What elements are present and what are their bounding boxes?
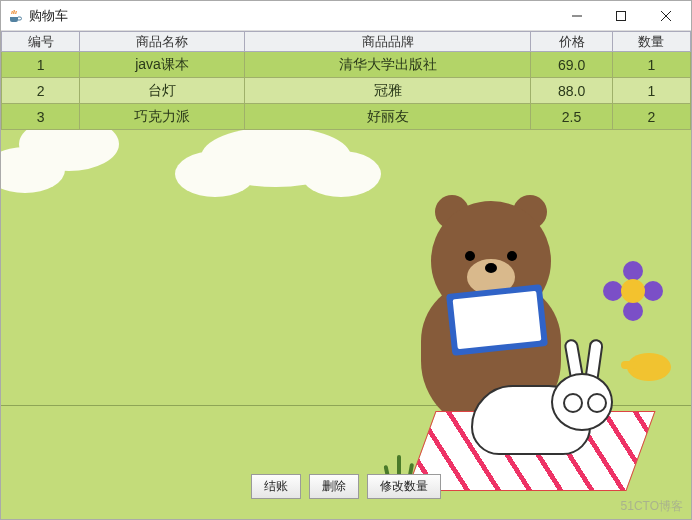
col-id[interactable]: 编号 [2, 32, 80, 52]
close-button[interactable] [643, 2, 689, 30]
cart-table[interactable]: 编号 商品名称 商品品牌 价格 数量 1java课本清华大学出版社69.012台… [1, 31, 691, 130]
watermark-text: 51CTO博客 [621, 498, 683, 515]
cell-qty[interactable]: 1 [612, 52, 690, 78]
cell-name[interactable]: java课本 [80, 52, 245, 78]
maximize-button[interactable] [599, 2, 643, 30]
titlebar: 购物车 [1, 1, 691, 31]
cell-id[interactable]: 1 [2, 52, 80, 78]
cell-name[interactable]: 台灯 [80, 78, 245, 104]
checkout-button[interactable]: 结账 [251, 474, 301, 499]
table-header-row: 编号 商品名称 商品品牌 价格 数量 [2, 32, 691, 52]
table-row[interactable]: 1java课本清华大学出版社69.01 [2, 52, 691, 78]
cell-brand[interactable]: 好丽友 [244, 104, 530, 130]
cell-id[interactable]: 2 [2, 78, 80, 104]
col-brand[interactable]: 商品品牌 [244, 32, 530, 52]
cell-price[interactable]: 2.5 [531, 104, 613, 130]
content-area: 编号 商品名称 商品品牌 价格 数量 1java课本清华大学出版社69.012台… [1, 31, 691, 520]
cell-id[interactable]: 3 [2, 104, 80, 130]
duck-icon [627, 345, 671, 381]
button-bar: 结账 删除 修改数量 [1, 474, 691, 499]
cell-brand[interactable]: 清华大学出版社 [244, 52, 530, 78]
delete-button[interactable]: 删除 [309, 474, 359, 499]
cell-qty[interactable]: 1 [612, 78, 690, 104]
col-name[interactable]: 商品名称 [80, 32, 245, 52]
cell-brand[interactable]: 冠雅 [244, 78, 530, 104]
svg-rect-1 [617, 11, 626, 20]
cell-price[interactable]: 69.0 [531, 52, 613, 78]
flower-icon [603, 261, 663, 321]
rabbit-character [431, 351, 631, 491]
minimize-button[interactable] [555, 2, 599, 30]
col-qty[interactable]: 数量 [612, 32, 690, 52]
java-coffee-icon [7, 8, 23, 24]
col-price[interactable]: 价格 [531, 32, 613, 52]
modify-qty-button[interactable]: 修改数量 [367, 474, 441, 499]
table-row[interactable]: 3巧克力派好丽友2.52 [2, 104, 691, 130]
cell-name[interactable]: 巧克力派 [80, 104, 245, 130]
window-title: 购物车 [29, 7, 555, 25]
cell-qty[interactable]: 2 [612, 104, 690, 130]
cell-price[interactable]: 88.0 [531, 78, 613, 104]
table-row[interactable]: 2台灯冠雅88.01 [2, 78, 691, 104]
